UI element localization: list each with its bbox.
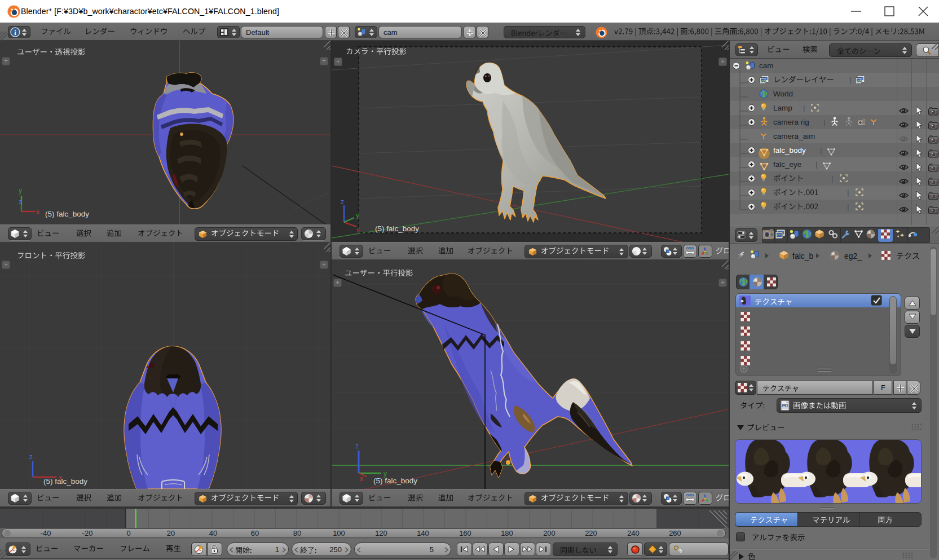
svg-text:240: 240 [627,529,640,537]
svg-text:falc_eye: falc_eye [773,160,801,169]
svg-text:|: | [815,160,818,169]
svg-text:y: y [356,211,359,219]
svg-text:falc_body: falc_body [773,146,806,155]
svg-text:|: | [847,188,849,197]
svg-text:-20: -20 [82,529,93,537]
svg-text:|: | [820,146,822,155]
svg-text:(5) falc_body: (5) falc_body [43,477,87,486]
svg-text:z: z [19,198,22,206]
svg-text:(5) falc_body: (5) falc_body [373,477,417,485]
svg-text:|: | [849,76,852,84]
svg-text:|: | [847,202,849,211]
svg-text:100: 100 [333,529,345,537]
svg-text:120: 120 [375,529,387,537]
svg-text:x: x [356,226,360,234]
svg-text:|: | [823,118,826,126]
svg-text:|: | [803,104,805,112]
svg-text:y: y [19,187,22,195]
svg-text:80: 80 [293,529,301,537]
svg-text:Lamp: Lamp [773,104,792,112]
svg-text:|: | [831,174,834,183]
svg-text:0: 0 [126,529,130,537]
svg-text:falc_b: falc_b [792,252,814,261]
svg-text:eg2_: eg2_ [844,252,862,261]
svg-text:(5) falc_body: (5) falc_body [45,210,89,218]
svg-text:camera rig: camera rig [773,118,809,126]
svg-text:60: 60 [251,529,259,537]
svg-text:140: 140 [417,529,429,537]
svg-text:160: 160 [459,529,471,537]
svg-text:World: World [773,90,793,98]
svg-text:x: x [360,475,363,483]
svg-text:z: z [355,442,359,450]
svg-text:cam: cam [759,61,774,70]
svg-text:camera_aim: camera_aim [773,132,815,140]
svg-text:z: z [341,198,344,206]
svg-text:x: x [36,208,39,216]
svg-text:z: z [29,453,33,461]
svg-text:180: 180 [501,529,513,537]
svg-text:260: 260 [669,529,681,537]
svg-text:220: 220 [585,529,597,537]
svg-text:(5) falc_body: (5) falc_body [375,224,419,233]
svg-text:20: 20 [167,529,175,537]
svg-text:40: 40 [209,529,217,537]
svg-text:200: 200 [543,529,556,537]
svg-text:-40: -40 [41,529,51,537]
